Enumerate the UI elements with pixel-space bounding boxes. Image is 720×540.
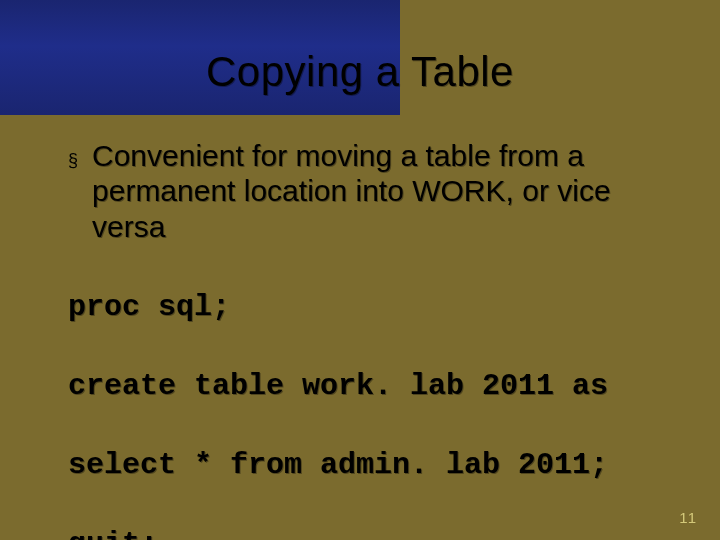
slide-content: § Convenient for moving a table from a p… [68, 138, 660, 540]
code-line: select * from admin. lab 2011; [68, 446, 660, 486]
bullet-marker-icon: § [68, 142, 78, 178]
code-line: create table work. lab 2011 as [68, 367, 660, 407]
code-line: proc sql; [68, 288, 660, 328]
slide-title: Copying a Table [0, 48, 720, 96]
page-number: 11 [679, 509, 696, 526]
bullet-item: § Convenient for moving a table from a p… [68, 138, 660, 244]
code-line: quit; [68, 525, 660, 540]
code-block: proc sql; create table work. lab 2011 as… [68, 248, 660, 540]
bullet-text: Convenient for moving a table from a per… [92, 138, 660, 244]
